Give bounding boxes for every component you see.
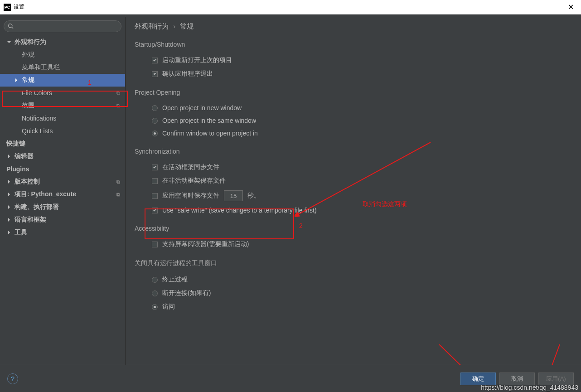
tree-item-label: 常规 (22, 76, 34, 84)
chevron-right-icon (14, 77, 19, 83)
chevron-right-icon (6, 230, 12, 235)
radio-icon[interactable] (152, 131, 158, 136)
window-title: 设置 (14, 3, 24, 11)
chevron-right-icon (6, 217, 12, 223)
tree-item-2[interactable]: 菜单和工具栏 (0, 61, 125, 74)
tree-item-0[interactable]: 外观和行为 (0, 36, 125, 48)
search-icon (8, 23, 14, 29)
radio-icon[interactable] (152, 304, 158, 310)
project-tag-icon: ⧉ (115, 102, 121, 109)
close-icon[interactable]: ✕ (564, 3, 577, 11)
footer: ? 确定 取消 应用(A) (0, 365, 581, 392)
apply-button[interactable]: 应用(A) (538, 373, 574, 385)
radio-confirm-window[interactable]: Confirm window to open project in (135, 127, 572, 140)
tree-item-12[interactable]: 项目: Python_excute⧉ (0, 188, 125, 201)
tree-item-label: Plugins (6, 165, 29, 173)
radio-icon[interactable] (152, 118, 158, 124)
section-closing-title: 关闭具有运行进程的工具窗口 (135, 259, 572, 267)
titlebar: PC 设置 ✕ (0, 0, 581, 15)
tree-item-14[interactable]: 语言和框架 (0, 213, 125, 226)
help-button[interactable]: ? (7, 373, 18, 384)
chevron-right-icon (6, 179, 12, 184)
chevron-down-icon (6, 39, 12, 45)
tree-item-label: 菜单和工具栏 (22, 63, 60, 72)
checkbox-icon[interactable] (152, 208, 158, 213)
tree-item-label: 工具 (15, 228, 27, 237)
tree-item-label: 快捷键 (6, 140, 25, 148)
tree-item-13[interactable]: 构建、执行部署 (0, 201, 125, 213)
tree-item-1[interactable]: 外观 (0, 48, 125, 61)
opt-save-inactive-frame[interactable]: 在非活动框架保存文件 (135, 174, 572, 188)
cancel-button[interactable]: 取消 (499, 373, 535, 385)
project-tag-icon: ⧉ (115, 191, 121, 198)
tree-item-10[interactable]: Plugins (0, 163, 125, 175)
content-panel: 外观和行为 › 常规 Startup/Shutdown 启动重新打开上次的项目 … (126, 17, 581, 365)
radio-new-window[interactable]: Open project in new window (135, 102, 572, 114)
search-input[interactable] (4, 20, 121, 32)
section-accessibility-title: Accessibility (135, 225, 572, 232)
radio-terminate[interactable]: 终止过程 (135, 273, 572, 286)
opt-confirm-exit[interactable]: 确认应用程序退出 (135, 67, 572, 81)
tree-item-label: 编辑器 (15, 152, 34, 160)
tree-item-label: 范围 (22, 102, 34, 110)
opt-sync-active-frame[interactable]: 在活动框架同步文件 (135, 160, 572, 174)
checkbox-icon[interactable] (152, 58, 158, 63)
tree-item-6[interactable]: Notifications (0, 112, 125, 125)
chevron-right-icon (6, 204, 12, 210)
idle-seconds-input[interactable] (224, 190, 243, 201)
tree-item-label: 外观和行为 (15, 38, 46, 46)
tree-item-label: 版本控制 (15, 178, 40, 186)
project-tag-icon: ⧉ (115, 90, 121, 96)
breadcrumb: 外观和行为 › 常规 (135, 22, 572, 31)
tree-item-7[interactable]: Quick Lists (0, 125, 125, 137)
tree-item-4[interactable]: File Colors⧉ (0, 87, 125, 99)
opt-safe-write[interactable]: Use "safe write" (save changes to a temp… (135, 204, 572, 217)
section-sync-title: Synchronization (135, 148, 572, 155)
tree-item-8[interactable]: 快捷键 (0, 137, 125, 150)
opt-screen-reader[interactable]: 支持屏幕阅读器(需要重新启动) (135, 237, 572, 251)
breadcrumb-root[interactable]: 外观和行为 (135, 22, 169, 30)
checkbox-icon[interactable] (152, 165, 158, 170)
checkbox-icon[interactable] (152, 178, 158, 184)
sidebar: 外观和行为外观菜单和工具栏常规File Colors⧉范围⧉Notificati… (0, 17, 126, 365)
radio-icon[interactable] (152, 277, 158, 283)
tree-item-label: 语言和框架 (15, 216, 46, 224)
tree-item-15[interactable]: 工具 (0, 226, 125, 239)
section-startup-title: Startup/Shutdown (135, 41, 572, 48)
checkbox-icon[interactable] (152, 71, 158, 77)
chevron-right-icon (6, 192, 12, 197)
chevron-right-icon (6, 154, 12, 159)
opt-save-idle[interactable]: 应用空闲时保存文件 秒。 (135, 188, 572, 204)
opt-reopen-last-project[interactable]: 启动重新打开上次的项目 (135, 53, 572, 67)
tree-item-label: 外观 (22, 51, 34, 59)
radio-same-window[interactable]: Open project in the same window (135, 114, 572, 127)
app-icon: PC (4, 4, 11, 11)
tree-item-3[interactable]: 常规 (0, 74, 125, 87)
main-area: 外观和行为外观菜单和工具栏常规File Colors⧉范围⧉Notificati… (0, 15, 581, 365)
breadcrumb-leaf: 常规 (180, 22, 194, 30)
tree-item-label: 构建、执行部署 (15, 203, 59, 211)
tree-item-5[interactable]: 范围⧉ (0, 99, 125, 112)
tree-item-label: 项目: Python_excute (15, 190, 76, 198)
radio-icon[interactable] (152, 290, 158, 296)
tree-item-9[interactable]: 编辑器 (0, 150, 125, 163)
radio-icon[interactable] (152, 105, 158, 111)
breadcrumb-separator: › (173, 22, 175, 30)
tree-item-label: Quick Lists (22, 127, 53, 135)
project-tag-icon: ⧉ (115, 179, 121, 185)
ok-button[interactable]: 确定 (460, 373, 496, 385)
section-project-opening-title: Project Opening (135, 89, 572, 96)
settings-tree: 外观和行为外观菜单和工具栏常规File Colors⧉范围⧉Notificati… (0, 36, 125, 365)
tree-item-label: Notifications (22, 115, 56, 122)
tree-item-label: File Colors (22, 89, 52, 97)
radio-ask[interactable]: 访问 (135, 300, 572, 314)
radio-disconnect[interactable]: 断开连接(如果有) (135, 286, 572, 300)
checkbox-icon[interactable] (152, 193, 158, 199)
checkbox-icon[interactable] (152, 242, 158, 247)
tree-item-11[interactable]: 版本控制⧉ (0, 175, 125, 188)
